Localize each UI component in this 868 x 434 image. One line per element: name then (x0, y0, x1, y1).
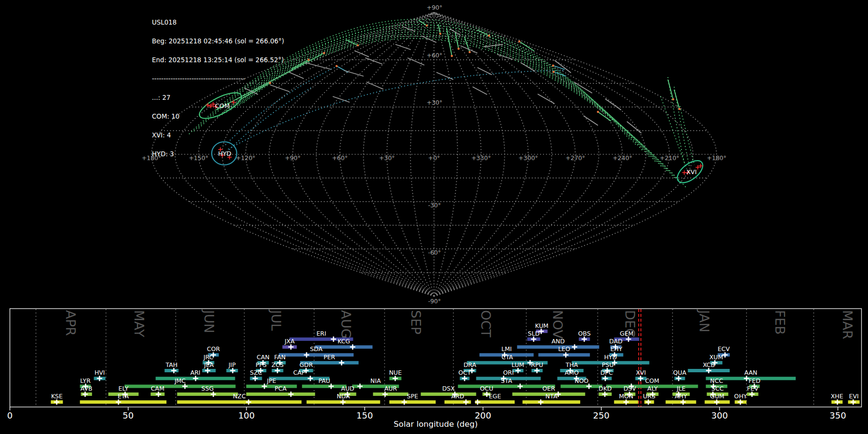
shower-label-OCU: OCU (480, 385, 493, 392)
longitude-label: +330° (471, 154, 491, 162)
latitude-label: +30° (427, 99, 443, 106)
shower-bar-NOO (561, 385, 603, 388)
session-begin: Beg: 20251218 02:45:46 (sol = 266.06°) (152, 38, 284, 44)
shower-label-JIP: JIP (228, 361, 236, 368)
shower-label-GEM: GEM (620, 330, 633, 337)
meteor-end-dot (597, 111, 599, 113)
latitude-label: +90° (427, 4, 443, 11)
month-label-OCT: OCT (478, 310, 493, 338)
meteor-end-dot (439, 33, 442, 35)
shower-label-DRA: DRA (463, 361, 476, 368)
shower-peak-URS (646, 399, 651, 405)
shower-label-ERI: ERI (316, 330, 326, 337)
meteor-end-dot (458, 48, 460, 50)
shower-label-JEA: JEA (203, 361, 214, 368)
shower-label-KCG: KCG (338, 338, 350, 345)
shower-peak-NOO (586, 384, 592, 389)
longitude-label: +90° (285, 154, 301, 162)
shower-label-LMI: LMI (502, 345, 512, 353)
shower-peak-TAH (171, 368, 176, 373)
radiant-label-XVI: XVI (686, 168, 697, 176)
activity-timeline-chart: APRMAYJUNJULAUGSEPOCTNOVDECJANFEBMARKUME… (7, 309, 862, 429)
shower-label-NIA: NIA (370, 377, 381, 384)
shower-label-NOO: NOO (574, 377, 588, 384)
month-label-JUL: JUL (269, 309, 284, 331)
shower-label-JLE: JLE (676, 385, 686, 392)
meteor-track-shower (244, 39, 687, 189)
shower-label-ALY: ALY (647, 385, 658, 392)
shower-label-TAH: TAH (165, 361, 177, 368)
meteor-track-shower (226, 29, 662, 167)
count-sporadic: ...: 27 (152, 95, 284, 101)
station-id: USL018 (152, 19, 284, 26)
shower-peak-EVI (851, 399, 856, 405)
shower-label-JMC: JMC (174, 377, 186, 384)
sporadic-trail (333, 96, 350, 102)
shower-label-ETA: ETA (118, 393, 129, 400)
shower-peak-GUM (714, 399, 719, 405)
month-label-NOV: NOV (550, 310, 565, 339)
shower-label-XCB: XCB (703, 361, 715, 368)
shower-label-PPS: PPS (256, 361, 267, 368)
meteor-end-dot (426, 25, 428, 27)
shower-bar-EGE (475, 400, 515, 404)
shower-label-EHY: EHY (610, 345, 623, 353)
month-label-JAN: JAN (697, 309, 712, 332)
shower-peak-NUE (393, 376, 398, 381)
shower-label-NDA: NDA (337, 393, 350, 400)
shower-label-SDA: SDA (310, 345, 323, 353)
shower-peak-QUA (676, 376, 681, 381)
meteor-end-dot (469, 51, 471, 54)
shower-bar-NZC (177, 400, 301, 404)
shower-label-AHY: AHY (675, 393, 687, 400)
latitude-label: -60° (428, 249, 441, 256)
latitude-label: +60° (427, 52, 443, 59)
shower-label-COR: COR (207, 345, 220, 353)
shower-label-MON: MON (619, 393, 633, 400)
shower-label-ECV: ECV (718, 345, 730, 353)
shower-label-OCT: OCT (458, 369, 471, 376)
shower-peak-JIP (230, 368, 235, 373)
longitude-label: +0° (428, 154, 440, 162)
shower-peak-AND (572, 344, 577, 350)
shower-label-HVI: HVI (95, 369, 105, 376)
month-label-AUG: AUG (339, 310, 353, 339)
shower-peak-NZC (246, 399, 251, 405)
shower-label-LYR: LYR (80, 377, 91, 384)
shower-bar-JMC (124, 385, 235, 388)
shower-label-NUE: NUE (389, 369, 402, 376)
shower-peak-SSG (211, 392, 216, 397)
shower-peak-HVI (97, 376, 102, 381)
shower-label-ORI: ORI (503, 369, 514, 376)
shower-peak-LUM (515, 368, 521, 373)
month-label-SEP: SEP (408, 310, 423, 334)
shower-peak-ECV (722, 352, 728, 357)
session-end: End: 20251218 13:25:14 (sol = 266.52°) (152, 57, 284, 63)
shower-label-DKD: DKD (598, 385, 611, 392)
meteor-track-shower (231, 32, 668, 173)
shower-label-FEV: FEV (747, 385, 759, 392)
x-axis-title: Solar longitude (deg) (393, 420, 477, 429)
shower-peak-JMC (182, 384, 188, 389)
shower-peak-LEO (563, 352, 569, 357)
shower-peak-NTA (538, 399, 543, 405)
longitude-label: +270° (566, 154, 585, 162)
shower-peak-JEA (205, 368, 210, 373)
shower-peak-XCB (706, 368, 711, 373)
shower-peak-NDA (340, 399, 346, 405)
shower-label-CAN: CAN (257, 353, 270, 361)
tick-label-50: 50 (122, 410, 134, 420)
sporadic-trail (366, 58, 382, 64)
shower-peak-CAP (308, 376, 313, 381)
shower-peak-PCA (288, 392, 294, 397)
shower-peak-EGE (475, 399, 480, 405)
shower-label-SLD: SLD (528, 330, 540, 337)
shower-label-CAM: CAM (151, 385, 164, 392)
separator-line: ---------------------------------------- (152, 76, 284, 82)
tick-label-200: 200 (475, 410, 491, 420)
shower-label-ARD: ARD (451, 393, 464, 400)
shower-peak-KSE (54, 399, 59, 405)
plot-canvas: +180°+150°+120°+90°+60°+30°+0°+330°+300°… (0, 0, 868, 434)
shower-peak-RPU (534, 368, 540, 373)
shower-label-KSE: KSE (51, 393, 63, 400)
